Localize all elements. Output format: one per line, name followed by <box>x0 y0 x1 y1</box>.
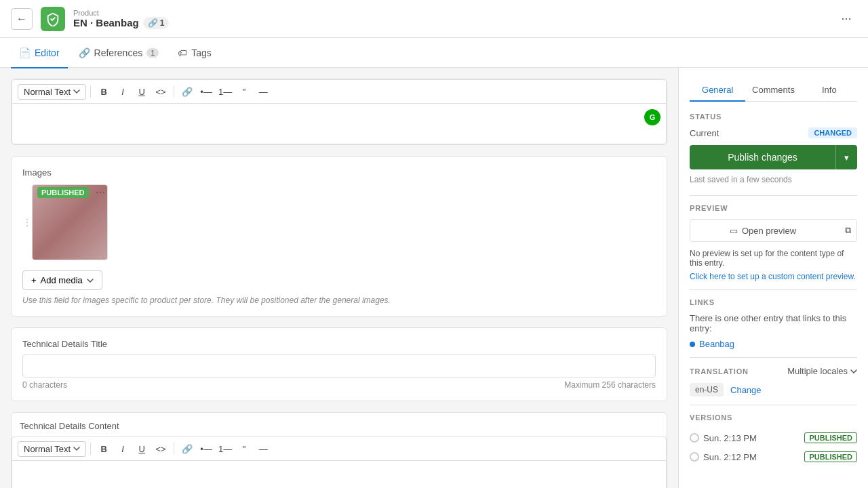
open-preview-row: ▭ Open preview ⧉ <box>690 219 857 242</box>
publish-btn-row: Publish changes ▾ <box>690 145 857 169</box>
sidebar-tab-general-label: General <box>702 85 733 95</box>
bullet-list-button-2[interactable]: •— <box>197 440 215 458</box>
grammarly-icon: G <box>644 109 660 125</box>
open-preview-icon: ▭ <box>730 226 738 236</box>
link-button-1[interactable]: 🔗 <box>178 83 196 100</box>
quote-button-1[interactable]: " <box>235 83 253 100</box>
rich-editor-1[interactable]: G <box>12 104 667 144</box>
version-date-text-0: Sun. 2:13 PM <box>703 433 757 443</box>
code-button-1[interactable]: <> <box>152 83 170 100</box>
format-select-2[interactable]: Normal Text <box>18 441 86 457</box>
italic-button-1[interactable]: I <box>114 83 132 100</box>
sidebar-tabs: General Comments Info <box>690 79 857 102</box>
more-button[interactable]: ··· <box>835 8 857 30</box>
toolbar-1: Normal Text B I U <> 🔗 •— 1— " — <box>12 79 667 104</box>
char-count: 0 characters <box>22 380 67 390</box>
link-icon: 🔗 <box>148 18 158 28</box>
divider-1 <box>690 195 857 196</box>
version-date-1: Sun. 2:12 PM <box>690 452 757 462</box>
publish-dropdown-button[interactable]: ▾ <box>835 145 857 169</box>
italic-icon-2: I <box>121 444 124 454</box>
toolbar-divider-2 <box>174 85 174 98</box>
last-saved: Last saved in a few seconds <box>690 175 857 184</box>
bold-icon: B <box>100 87 106 97</box>
translation-chevron-icon <box>850 369 857 373</box>
format-select-1[interactable]: Normal Text <box>18 84 86 100</box>
quote-button-2[interactable]: " <box>235 440 253 458</box>
code-button-2[interactable]: <> <box>152 440 170 458</box>
underline-icon-2: U <box>138 444 144 454</box>
version-radio-1[interactable] <box>690 452 699 462</box>
add-media-icon: + <box>31 275 37 285</box>
back-button[interactable]: ← <box>11 8 33 30</box>
ordered-list-button-2[interactable]: 1— <box>216 440 234 458</box>
quote-icon-2: " <box>243 444 246 454</box>
publish-button[interactable]: Publish changes <box>690 145 835 169</box>
link-icon-2: 🔗 <box>182 444 193 454</box>
references-tab-badge: 1 <box>146 48 159 58</box>
format-label-2: Normal Text <box>24 444 71 454</box>
link-button-2[interactable]: 🔗 <box>178 440 196 458</box>
published-badge: PUBLISHED <box>37 187 89 198</box>
sidebar-tab-info[interactable]: Info <box>802 79 857 102</box>
links-list: Beanbag <box>690 339 857 349</box>
add-media-button[interactable]: + Add media <box>22 270 102 290</box>
format-label-1: Normal Text <box>24 87 71 97</box>
rich-editor-2[interactable] <box>12 461 667 488</box>
ordered-list-button-1[interactable]: 1— <box>216 83 234 100</box>
version-radio-0[interactable] <box>690 433 699 443</box>
italic-button-2[interactable]: I <box>114 440 132 458</box>
tab-references[interactable]: 🔗 References 1 <box>71 39 167 68</box>
link-badge: 🔗 1 <box>143 17 170 29</box>
sidebar-tab-general[interactable]: General <box>690 79 745 102</box>
open-preview-button[interactable]: ▭ Open preview <box>690 220 835 241</box>
bold-button-1[interactable]: B <box>95 83 113 100</box>
tab-tags[interactable]: 🏷 Tags <box>170 39 220 68</box>
references-tab-icon: 🔗 <box>79 47 90 58</box>
hr-button-1[interactable]: — <box>254 83 272 100</box>
tab-editor[interactable]: 📄 Editor <box>11 39 68 68</box>
underline-button-2[interactable]: U <box>133 440 151 458</box>
technical-title-meta: 0 characters Maximum 256 characters <box>22 380 656 390</box>
technical-title-section: Technical Details Title 0 characters Max… <box>11 327 667 401</box>
sidebar: General Comments Info STATUS Current CHA… <box>678 68 868 488</box>
copy-preview-button[interactable]: ⧉ <box>840 220 856 241</box>
image-more-button[interactable]: ⋯ <box>96 187 105 198</box>
version-date-0: Sun. 2:13 PM <box>690 433 757 443</box>
locale-row: en-US Change <box>690 383 857 396</box>
bold-button-2[interactable]: B <box>95 440 113 458</box>
link-item[interactable]: Beanbag <box>690 339 857 349</box>
version-row-0: Sun. 2:13 PM PUBLISHED <box>690 428 857 447</box>
drag-handle-icon[interactable]: ⋮ <box>22 217 32 228</box>
editor-tab-icon: 📄 <box>19 47 31 58</box>
setup-preview-link[interactable]: Click here to set up a custom content pr… <box>690 272 857 281</box>
add-media-row: + Add media <box>22 270 656 290</box>
app-logo <box>41 7 65 31</box>
sidebar-tab-comments[interactable]: Comments <box>745 79 801 102</box>
entry-info: Product EN · Beanbag 🔗 1 <box>73 9 169 29</box>
toolbar-2: Normal Text B I U <> 🔗 •— 1— " — <box>12 436 667 461</box>
entry-type: Product <box>73 9 169 17</box>
link-dot <box>690 342 695 347</box>
ordered-list-icon-2: 1— <box>218 444 232 454</box>
images-section: Images ⋮ PUBLISHED ⋯ + Add media Use thi… <box>11 156 667 317</box>
current-label: Current <box>690 128 719 138</box>
hr-button-2[interactable]: — <box>254 440 272 458</box>
publish-button-label: Publish changes <box>728 152 797 163</box>
preview-section-title: PREVIEW <box>690 204 857 212</box>
publish-dropdown-icon: ▾ <box>844 152 849 163</box>
italic-icon: I <box>121 87 124 97</box>
change-locale-link[interactable]: Change <box>730 385 762 395</box>
sidebar-tab-info-label: Info <box>822 85 837 95</box>
underline-button-1[interactable]: U <box>133 83 151 100</box>
top-editor-card: Normal Text B I U <> 🔗 •— 1— " — G <box>11 79 667 145</box>
bullet-list-button-1[interactable]: •— <box>197 83 215 100</box>
images-hint: Use this field for images specific to pr… <box>22 296 656 305</box>
technical-title-input[interactable] <box>22 354 656 378</box>
link-item-label: Beanbag <box>699 339 734 349</box>
bullet-list-icon-2: •— <box>200 444 212 454</box>
ordered-list-icon: 1— <box>218 87 232 97</box>
versions-section-title: VERSIONS <box>690 413 857 422</box>
preview-note: No preview is set up for the content typ… <box>690 249 857 268</box>
sidebar-tab-comments-label: Comments <box>752 85 795 95</box>
